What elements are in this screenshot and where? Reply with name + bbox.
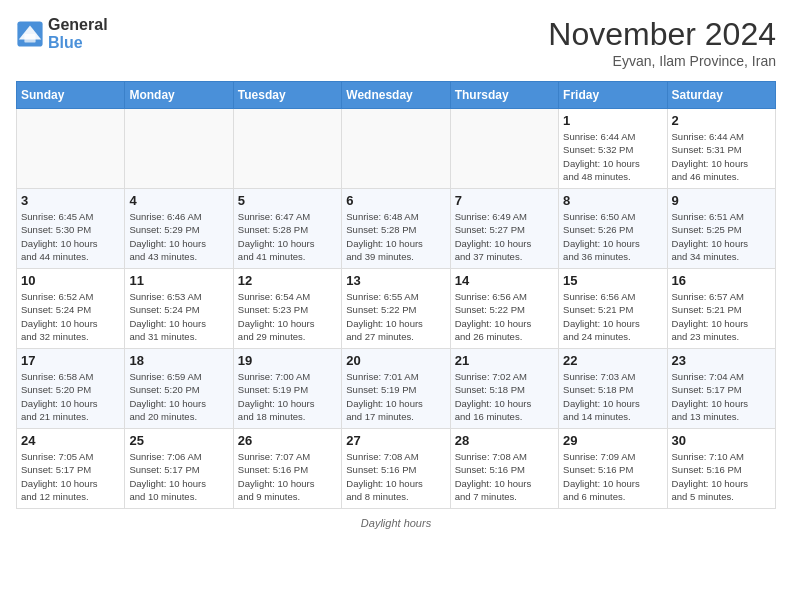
day-number: 24 (21, 433, 120, 448)
day-number: 26 (238, 433, 337, 448)
day-info: Sunrise: 7:10 AMSunset: 5:16 PMDaylight:… (672, 450, 771, 503)
day-number: 19 (238, 353, 337, 368)
day-info: Sunrise: 6:44 AMSunset: 5:31 PMDaylight:… (672, 130, 771, 183)
day-number: 7 (455, 193, 554, 208)
day-info: Sunrise: 7:04 AMSunset: 5:17 PMDaylight:… (672, 370, 771, 423)
calendar-cell: 27Sunrise: 7:08 AMSunset: 5:16 PMDayligh… (342, 429, 450, 509)
calendar-week-row: 24Sunrise: 7:05 AMSunset: 5:17 PMDayligh… (17, 429, 776, 509)
calendar-cell: 18Sunrise: 6:59 AMSunset: 5:20 PMDayligh… (125, 349, 233, 429)
day-number: 2 (672, 113, 771, 128)
day-number: 1 (563, 113, 662, 128)
calendar-cell: 5Sunrise: 6:47 AMSunset: 5:28 PMDaylight… (233, 189, 341, 269)
day-number: 22 (563, 353, 662, 368)
calendar-cell (17, 109, 125, 189)
calendar-cell: 10Sunrise: 6:52 AMSunset: 5:24 PMDayligh… (17, 269, 125, 349)
day-info: Sunrise: 6:46 AMSunset: 5:29 PMDaylight:… (129, 210, 228, 263)
day-number: 10 (21, 273, 120, 288)
logo-blue: Blue (48, 34, 108, 52)
calendar-header-tuesday: Tuesday (233, 82, 341, 109)
title-area: November 2024 Eyvan, Ilam Province, Iran (548, 16, 776, 69)
calendar-cell: 23Sunrise: 7:04 AMSunset: 5:17 PMDayligh… (667, 349, 775, 429)
calendar-cell: 24Sunrise: 7:05 AMSunset: 5:17 PMDayligh… (17, 429, 125, 509)
day-info: Sunrise: 6:49 AMSunset: 5:27 PMDaylight:… (455, 210, 554, 263)
calendar-cell: 9Sunrise: 6:51 AMSunset: 5:25 PMDaylight… (667, 189, 775, 269)
calendar-cell: 6Sunrise: 6:48 AMSunset: 5:28 PMDaylight… (342, 189, 450, 269)
calendar-footer: Daylight hours (16, 517, 776, 529)
calendar-header-wednesday: Wednesday (342, 82, 450, 109)
day-info: Sunrise: 7:06 AMSunset: 5:17 PMDaylight:… (129, 450, 228, 503)
day-info: Sunrise: 7:08 AMSunset: 5:16 PMDaylight:… (346, 450, 445, 503)
calendar-cell: 30Sunrise: 7:10 AMSunset: 5:16 PMDayligh… (667, 429, 775, 509)
calendar-cell (125, 109, 233, 189)
day-info: Sunrise: 6:55 AMSunset: 5:22 PMDaylight:… (346, 290, 445, 343)
day-info: Sunrise: 6:48 AMSunset: 5:28 PMDaylight:… (346, 210, 445, 263)
calendar-cell: 16Sunrise: 6:57 AMSunset: 5:21 PMDayligh… (667, 269, 775, 349)
calendar-cell (450, 109, 558, 189)
calendar-header-row: SundayMondayTuesdayWednesdayThursdayFrid… (17, 82, 776, 109)
day-info: Sunrise: 7:09 AMSunset: 5:16 PMDaylight:… (563, 450, 662, 503)
calendar-cell: 3Sunrise: 6:45 AMSunset: 5:30 PMDaylight… (17, 189, 125, 269)
calendar-cell: 1Sunrise: 6:44 AMSunset: 5:32 PMDaylight… (559, 109, 667, 189)
page-header: General Blue November 2024 Eyvan, Ilam P… (16, 16, 776, 69)
day-info: Sunrise: 6:57 AMSunset: 5:21 PMDaylight:… (672, 290, 771, 343)
day-info: Sunrise: 6:53 AMSunset: 5:24 PMDaylight:… (129, 290, 228, 343)
day-number: 21 (455, 353, 554, 368)
calendar-cell: 25Sunrise: 7:06 AMSunset: 5:17 PMDayligh… (125, 429, 233, 509)
calendar-cell: 19Sunrise: 7:00 AMSunset: 5:19 PMDayligh… (233, 349, 341, 429)
calendar-cell: 20Sunrise: 7:01 AMSunset: 5:19 PMDayligh… (342, 349, 450, 429)
day-number: 25 (129, 433, 228, 448)
calendar-cell: 8Sunrise: 6:50 AMSunset: 5:26 PMDaylight… (559, 189, 667, 269)
day-info: Sunrise: 7:07 AMSunset: 5:16 PMDaylight:… (238, 450, 337, 503)
day-info: Sunrise: 7:05 AMSunset: 5:17 PMDaylight:… (21, 450, 120, 503)
day-info: Sunrise: 6:59 AMSunset: 5:20 PMDaylight:… (129, 370, 228, 423)
day-number: 12 (238, 273, 337, 288)
calendar-header-saturday: Saturday (667, 82, 775, 109)
day-number: 30 (672, 433, 771, 448)
calendar-cell (342, 109, 450, 189)
day-info: Sunrise: 6:51 AMSunset: 5:25 PMDaylight:… (672, 210, 771, 263)
logo: General Blue (16, 16, 108, 51)
day-number: 13 (346, 273, 445, 288)
day-number: 27 (346, 433, 445, 448)
day-number: 28 (455, 433, 554, 448)
calendar-cell: 17Sunrise: 6:58 AMSunset: 5:20 PMDayligh… (17, 349, 125, 429)
calendar-table: SundayMondayTuesdayWednesdayThursdayFrid… (16, 81, 776, 509)
day-number: 4 (129, 193, 228, 208)
day-number: 17 (21, 353, 120, 368)
day-number: 8 (563, 193, 662, 208)
day-info: Sunrise: 7:02 AMSunset: 5:18 PMDaylight:… (455, 370, 554, 423)
logo-general: General (48, 16, 108, 34)
footer-label: Daylight hours (361, 517, 431, 529)
day-number: 18 (129, 353, 228, 368)
day-number: 11 (129, 273, 228, 288)
calendar-cell: 13Sunrise: 6:55 AMSunset: 5:22 PMDayligh… (342, 269, 450, 349)
day-info: Sunrise: 6:52 AMSunset: 5:24 PMDaylight:… (21, 290, 120, 343)
day-info: Sunrise: 7:00 AMSunset: 5:19 PMDaylight:… (238, 370, 337, 423)
month-title: November 2024 (548, 16, 776, 53)
day-number: 3 (21, 193, 120, 208)
day-info: Sunrise: 6:58 AMSunset: 5:20 PMDaylight:… (21, 370, 120, 423)
day-number: 20 (346, 353, 445, 368)
day-number: 14 (455, 273, 554, 288)
day-info: Sunrise: 6:56 AMSunset: 5:21 PMDaylight:… (563, 290, 662, 343)
day-info: Sunrise: 6:54 AMSunset: 5:23 PMDaylight:… (238, 290, 337, 343)
day-number: 9 (672, 193, 771, 208)
day-info: Sunrise: 7:08 AMSunset: 5:16 PMDaylight:… (455, 450, 554, 503)
calendar-header-sunday: Sunday (17, 82, 125, 109)
svg-rect-2 (24, 34, 35, 42)
day-number: 15 (563, 273, 662, 288)
day-info: Sunrise: 6:56 AMSunset: 5:22 PMDaylight:… (455, 290, 554, 343)
calendar-cell (233, 109, 341, 189)
calendar-header-monday: Monday (125, 82, 233, 109)
calendar-cell: 4Sunrise: 6:46 AMSunset: 5:29 PMDaylight… (125, 189, 233, 269)
calendar-week-row: 3Sunrise: 6:45 AMSunset: 5:30 PMDaylight… (17, 189, 776, 269)
day-info: Sunrise: 7:03 AMSunset: 5:18 PMDaylight:… (563, 370, 662, 423)
day-number: 29 (563, 433, 662, 448)
calendar-cell: 7Sunrise: 6:49 AMSunset: 5:27 PMDaylight… (450, 189, 558, 269)
calendar-header-thursday: Thursday (450, 82, 558, 109)
day-number: 5 (238, 193, 337, 208)
calendar-cell: 29Sunrise: 7:09 AMSunset: 5:16 PMDayligh… (559, 429, 667, 509)
calendar-cell: 2Sunrise: 6:44 AMSunset: 5:31 PMDaylight… (667, 109, 775, 189)
day-info: Sunrise: 6:47 AMSunset: 5:28 PMDaylight:… (238, 210, 337, 263)
day-number: 16 (672, 273, 771, 288)
